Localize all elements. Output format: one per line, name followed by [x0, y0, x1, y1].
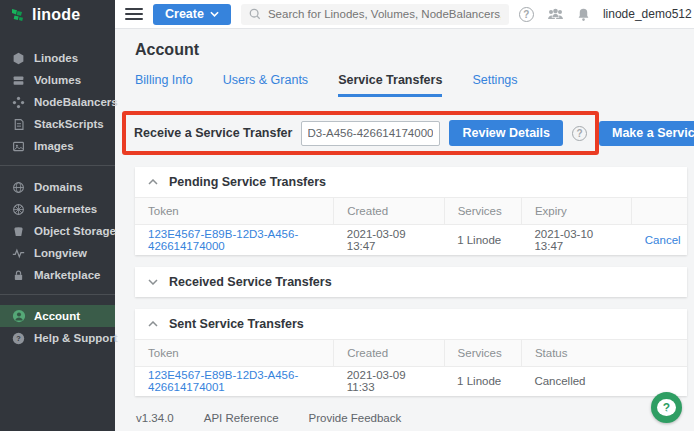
- services-cell: 1 Linode: [444, 225, 521, 255]
- version-label: v1.34.0: [136, 412, 174, 424]
- longview-icon: [11, 246, 26, 261]
- help-icon[interactable]: ?: [519, 7, 534, 22]
- search-box[interactable]: [241, 4, 509, 25]
- expiry-cell: 2021-03-10 13:47: [521, 225, 631, 255]
- sidebar-item-stackscripts[interactable]: StackScripts: [0, 113, 115, 135]
- sidebar-item-linodes[interactable]: Linodes: [0, 47, 115, 69]
- sidebar-item-domains[interactable]: Domains: [0, 176, 115, 198]
- sidebar-divider: [0, 165, 115, 166]
- username[interactable]: linode_demo512: [603, 7, 692, 21]
- help-chat-button[interactable]: ?: [651, 392, 682, 423]
- linodes-icon: [11, 51, 26, 66]
- tab-bar: Billing Info Users & Grants Service Tran…: [135, 73, 687, 97]
- footer: v1.34.0 API Reference Provide Feedback: [135, 412, 687, 424]
- chevron-up-icon: [148, 321, 158, 327]
- section-title: Sent Service Transfers: [169, 317, 304, 331]
- chevron-down-icon: [148, 279, 158, 285]
- column-header-created: Created: [334, 339, 444, 366]
- sidebar-item-nodebalancers[interactable]: NodeBalancers: [0, 91, 115, 113]
- create-button[interactable]: Create: [153, 4, 231, 25]
- domains-icon: [11, 180, 26, 195]
- services-cell: 1 Linode: [444, 366, 521, 396]
- sidebar-item-kubernetes[interactable]: Kubernetes: [0, 198, 115, 220]
- search-input[interactable]: [268, 8, 501, 20]
- created-cell: 2021-03-09 13:47: [334, 225, 444, 255]
- kubernetes-icon: [11, 202, 26, 217]
- help-tooltip-icon[interactable]: ?: [572, 126, 587, 141]
- tab-users-grants[interactable]: Users & Grants: [223, 73, 308, 97]
- tab-billing-info[interactable]: Billing Info: [135, 73, 193, 97]
- linode-logo-icon: [10, 7, 26, 23]
- sidebar-item-marketplace[interactable]: Marketplace: [0, 264, 115, 286]
- tab-settings[interactable]: Settings: [472, 73, 517, 97]
- review-details-button[interactable]: Review Details: [449, 120, 563, 146]
- marketplace-icon: [11, 268, 26, 283]
- receive-transfer-row: Receive a Service Transfer Review Detail…: [135, 111, 687, 155]
- sidebar-item-images[interactable]: Images: [0, 135, 115, 157]
- table-row: 123E4567-E89B-12D3-A456-426614174001 202…: [135, 366, 687, 396]
- section-title: Pending Service Transfers: [169, 175, 326, 189]
- pending-transfers-table: Token Created Services Expiry 123E4567-E…: [135, 197, 687, 255]
- column-header-token: Token: [135, 339, 334, 366]
- top-header: linode Create ?: [0, 0, 694, 29]
- received-transfers-panel: Received Service Transfers: [135, 267, 687, 297]
- sidebar-item-object-storage[interactable]: Object Storage: [0, 220, 115, 242]
- volumes-icon: [11, 73, 26, 88]
- stackscripts-icon: [11, 117, 26, 132]
- topbar-right: ? linode_demo512: [519, 6, 694, 23]
- received-transfers-header[interactable]: Received Service Transfers: [135, 267, 687, 297]
- main-content: Account Billing Info Users & Grants Serv…: [115, 29, 694, 431]
- column-header-action: [632, 198, 687, 225]
- logo-text: linode: [32, 6, 80, 24]
- chevron-up-icon: [148, 179, 158, 185]
- create-button-label: Create: [165, 7, 204, 21]
- svg-text:?: ?: [16, 334, 21, 343]
- sidebar-item-help-support[interactable]: ? Help & Support: [0, 327, 115, 349]
- sidebar-item-longview[interactable]: Longview: [0, 242, 115, 264]
- cancel-link[interactable]: Cancel: [645, 234, 681, 246]
- help-chat-icon: ?: [657, 399, 676, 416]
- topbar: Create ?: [115, 0, 694, 29]
- receive-transfer-label: Receive a Service Transfer: [134, 126, 292, 140]
- app-window: linode Create ?: [0, 0, 694, 431]
- token-link[interactable]: 123E4567-E89B-12D3-A456-426614174001: [148, 369, 298, 393]
- transfer-token-input[interactable]: [301, 121, 440, 146]
- sidebar: Linodes Volumes NodeBalancers StackScrip…: [0, 29, 115, 431]
- api-reference-link[interactable]: API Reference: [204, 412, 279, 424]
- help-circle-icon: ?: [11, 331, 26, 346]
- column-header-services: Services: [444, 198, 521, 225]
- table-row: 123E4567-E89B-12D3-A456-426614174000 202…: [135, 225, 687, 255]
- search-icon: [249, 8, 261, 20]
- images-icon: [11, 139, 26, 154]
- sent-transfers-table: Token Created Services Status 123E4567-E…: [135, 339, 687, 397]
- make-transfer-button[interactable]: Make a Service Transfer: [599, 121, 694, 146]
- chevron-down-icon: [210, 11, 219, 17]
- column-header-token: Token: [135, 198, 334, 225]
- token-link[interactable]: 123E4567-E89B-12D3-A456-426614174000: [148, 228, 298, 252]
- notifications-icon[interactable]: [577, 7, 590, 22]
- pending-transfers-panel: Pending Service Transfers Token Created …: [135, 167, 687, 255]
- sent-transfers-panel: Sent Service Transfers Token Created Ser…: [135, 309, 687, 397]
- sidebar-divider: [0, 294, 115, 295]
- column-header-expiry: Expiry: [521, 198, 631, 225]
- created-cell: 2021-03-09 11:33: [334, 366, 444, 396]
- annotation-highlight-box: Receive a Service Transfer Review Detail…: [122, 111, 599, 155]
- sidebar-item-volumes[interactable]: Volumes: [0, 69, 115, 91]
- provide-feedback-link[interactable]: Provide Feedback: [309, 412, 402, 424]
- object-storage-icon: [11, 224, 26, 239]
- account-icon: [11, 309, 26, 324]
- sent-transfers-header[interactable]: Sent Service Transfers: [135, 309, 687, 339]
- nodebalancers-icon: [11, 95, 26, 110]
- sidebar-item-account[interactable]: Account: [0, 305, 115, 327]
- column-header-services: Services: [444, 339, 521, 366]
- tab-service-transfers[interactable]: Service Transfers: [338, 73, 442, 97]
- page-title: Account: [135, 41, 687, 59]
- linode-logo[interactable]: linode: [0, 0, 115, 29]
- menu-icon[interactable]: [125, 8, 143, 20]
- column-header-status: Status: [521, 339, 687, 366]
- community-icon[interactable]: [547, 8, 564, 21]
- pending-transfers-header[interactable]: Pending Service Transfers: [135, 167, 687, 197]
- column-header-created: Created: [334, 198, 444, 225]
- section-title: Received Service Transfers: [169, 275, 332, 289]
